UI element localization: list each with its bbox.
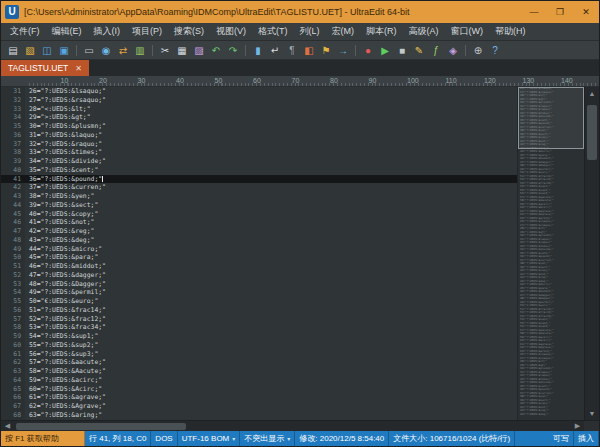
menu-item-I[interactable]: 插入(I) [88, 23, 127, 40]
code-line[interactable]: 5853="?:UEDS:&frac34;" [1, 323, 517, 332]
menu-item-P[interactable]: 项目(P) [126, 23, 168, 40]
code-line[interactable]: 4944="?:UEDS:&micro;" [1, 245, 517, 254]
column-mode-icon[interactable]: ▮ [250, 43, 266, 58]
save-icon[interactable]: ◫ [39, 43, 55, 58]
copy-icon[interactable]: ▦ [174, 43, 190, 58]
macro-stop-icon[interactable]: ■ [394, 43, 410, 58]
scroll-down-icon[interactable]: ▼ [585, 407, 599, 420]
menu-item-H[interactable]: 帮助(H) [489, 23, 532, 40]
vertical-scroll-thumb[interactable] [587, 105, 597, 160]
code-line[interactable]: 3732="?:UEDS:&raquo;" [1, 140, 517, 149]
code-line[interactable]: 5954="?:UEDS:&sup1;" [1, 332, 517, 341]
code-line[interactable]: 5752="?:UEDS:&frac12;" [1, 315, 517, 324]
horizontal-scroll-track[interactable] [14, 421, 571, 431]
function-list-icon[interactable]: ƒ [428, 43, 444, 58]
code-line[interactable]: 6762="?:UEDS:&Agrave;" [1, 402, 517, 411]
code-line[interactable]: 3934="?:UEDS:&divide;" [1, 157, 517, 166]
code-line[interactable]: 4540="?:UEDS:&copy;" [1, 210, 517, 219]
macro-record-icon[interactable]: ● [360, 43, 376, 58]
bookmark-icon[interactable]: ⚑ [318, 43, 334, 58]
vertical-scrollbar[interactable]: ▲ ▼ [584, 87, 599, 420]
menu-item-A[interactable]: 高级(A) [403, 23, 445, 40]
find-icon[interactable]: ◉ [98, 43, 114, 58]
goto-icon[interactable]: → [335, 43, 351, 58]
code-line[interactable]: 4641="?:UEDS:&not;" [1, 218, 517, 227]
menu-item-S[interactable]: 搜索(S) [168, 23, 210, 40]
replace-icon[interactable]: ⇄ [115, 43, 131, 58]
code-line[interactable]: 5348="?:UEDS:&Dagger;" [1, 280, 517, 289]
code-line[interactable]: 6055="?:UEDS:&sup2;" [1, 341, 517, 350]
scroll-left-icon[interactable]: ◀ [1, 421, 14, 431]
code-line[interactable]: 6156="?:UEDS:&sup3;" [1, 350, 517, 359]
minimap[interactable]: 26="?:UEDS:&lsaquo;"27="?:UEDS:&rsaquo;"… [517, 87, 584, 420]
print-icon[interactable]: ▭ [81, 43, 97, 58]
code-line[interactable]: 4439="?:UEDS:&sect;" [1, 201, 517, 210]
code-line[interactable]: 3126="?:UEDS:&lsaquo;" [1, 87, 517, 96]
menu-item-F[interactable]: 文件(F) [4, 23, 46, 40]
status-encoding[interactable]: UTF-16 BOM ▾ [178, 431, 241, 446]
tab-taglistu-uet[interactable]: TAGLISTU.UET ✕ [1, 60, 89, 76]
hex-edit-icon[interactable]: ◧ [301, 43, 317, 58]
code-line[interactable]: 3227="?:UEDS:&rsaquo;" [1, 96, 517, 105]
word-wrap-icon[interactable]: ↵ [267, 43, 283, 58]
code-line[interactable]: 5146="?:UEDS:&middot;" [1, 262, 517, 271]
app-icon[interactable]: U [5, 5, 19, 19]
find-in-files-icon[interactable]: ▥ [132, 43, 148, 58]
status-insert-mode[interactable]: 插入 [574, 431, 599, 446]
menu-item-W[interactable]: 窗口(W) [445, 23, 490, 40]
code-line[interactable]: 4035="?:UEDS:&cent;" [1, 166, 517, 175]
code-line[interactable]: 5550="€:UEDS:&euro;" [1, 297, 517, 306]
script-icon[interactable]: ✎ [411, 43, 427, 58]
settings-icon[interactable]: ⊕ [470, 43, 486, 58]
code-line[interactable]: 6459="?:UEDS:&acirc;" [1, 376, 517, 385]
code-line[interactable]: 4742="?:UEDS:&reg;" [1, 227, 517, 236]
tag-list-icon[interactable]: ◈ [445, 43, 461, 58]
status-syntax-highlighting[interactable]: 不突出显示 ▾ [240, 431, 295, 446]
code-line[interactable]: 4338="?:UEDS:&yen;" [1, 192, 517, 201]
scroll-right-icon[interactable]: ▶ [571, 421, 584, 431]
menu-item-R[interactable]: 脚本(R) [360, 23, 403, 40]
undo-icon[interactable]: ↶ [208, 43, 224, 58]
code-line[interactable]: 3328="<:UEDS:&lt;" [1, 105, 517, 114]
open-file-icon[interactable]: ▧ [22, 43, 38, 58]
close-icon[interactable]: ✕ [75, 64, 82, 73]
menu-item-L[interactable]: 列(L) [294, 23, 326, 40]
menu-item-M[interactable]: 宏(M) [326, 23, 361, 40]
code-line[interactable]: 3530="?:UEDS:&plusmn;" [1, 122, 517, 131]
code-line[interactable]: 4237="?:UEDS:&curren;" [1, 183, 517, 192]
redo-icon[interactable]: ↷ [225, 43, 241, 58]
code-line[interactable]: 6257="?:UEDS:&aacute;" [1, 358, 517, 367]
save-all-icon[interactable]: ▣ [56, 43, 72, 58]
code-line[interactable]: 6358="?:UEDS:&Aacute;" [1, 367, 517, 376]
code-line[interactable]: 6661="?:UEDS:&agrave;" [1, 393, 517, 402]
minimize-button[interactable]: — [521, 1, 547, 23]
vertical-scroll-track[interactable] [585, 100, 599, 407]
code-line[interactable]: 5247="?:UEDS:&dagger;" [1, 271, 517, 280]
code-line[interactable]: 4843="?:UEDS:&deg;" [1, 236, 517, 245]
menu-item-T[interactable]: 格式(T) [252, 23, 294, 40]
minimap-viewport[interactable] [518, 87, 584, 149]
code-line[interactable]: 5651="?:UEDS:&frac14;" [1, 306, 517, 315]
help-icon[interactable]: ? [487, 43, 503, 58]
code-line[interactable]: 6560="?:UEDS:&Acirc;" [1, 385, 517, 394]
code-line[interactable]: 5449="?:UEDS:&permil;" [1, 288, 517, 297]
horizontal-scrollbar[interactable]: ◀ ▶ [1, 420, 599, 431]
text-editor[interactable]: 3126="?:UEDS:&lsaquo;"3227="?:UEDS:&rsaq… [1, 87, 517, 420]
horizontal-scroll-thumb[interactable] [16, 423, 186, 430]
code-line[interactable]: 6863="?:UEDS:&aring;" [1, 411, 517, 420]
maximize-button[interactable]: ❐ [547, 1, 573, 23]
paste-icon[interactable]: ▨ [191, 43, 207, 58]
code-line[interactable]: 3429=">:UEDS:&gt;" [1, 113, 517, 122]
code-line[interactable]: 3631="?:UEDS:&laquo;" [1, 131, 517, 140]
menu-item-E[interactable]: 编辑(E) [46, 23, 88, 40]
code-line[interactable]: 4136="?:UEDS:&pound;" [1, 175, 517, 184]
menu-item-V[interactable]: 视图(V) [210, 23, 252, 40]
show-paragraph-icon[interactable]: ¶ [284, 43, 300, 58]
code-line[interactable]: 3833="?:UEDS:&times;" [1, 148, 517, 157]
status-line-ending[interactable]: DOS [151, 431, 177, 446]
code-line[interactable]: 5045="?:UEDS:&para;" [1, 253, 517, 262]
new-file-icon[interactable]: ▤ [5, 43, 21, 58]
status-read-write[interactable]: 可写 [549, 431, 574, 446]
cut-icon[interactable]: ✂ [157, 43, 173, 58]
macro-play-icon[interactable]: ▶ [377, 43, 393, 58]
